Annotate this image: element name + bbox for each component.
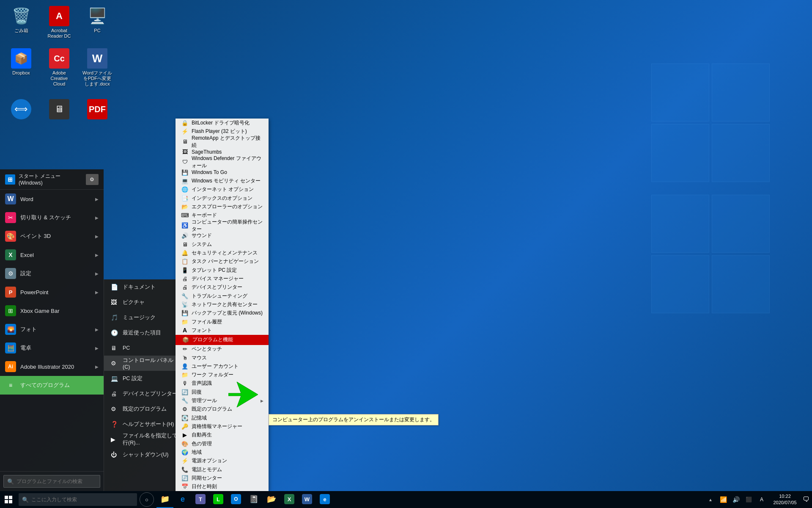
cp-pcs-label: PC 設定 bbox=[123, 375, 143, 382]
desktop-icon-pc[interactable]: 🖥️ PC bbox=[80, 4, 114, 41]
taskbar-word[interactable]: W bbox=[299, 491, 315, 508]
mm-phone[interactable]: 📞 電話とモデム bbox=[176, 465, 269, 474]
tray-volume[interactable]: 🔊 bbox=[730, 494, 742, 505]
mm-devprint[interactable]: 🖨 デバイスとプリンター bbox=[176, 283, 269, 292]
mm-troubleshoot[interactable]: 🔧 トラブルシューティング bbox=[176, 292, 269, 300]
taskbar-explorer[interactable]: 📁 bbox=[156, 491, 173, 508]
mm-storage[interactable]: 💽 記憶域 bbox=[176, 414, 269, 422]
desktop-icon-unknown[interactable]: 🖥 bbox=[42, 97, 76, 123]
taskbar-word-icon: W bbox=[302, 494, 312, 504]
taskbar-cortana[interactable]: ○ bbox=[140, 492, 154, 507]
mm-windows-to-go[interactable]: 💾 Windows To Go bbox=[176, 168, 269, 177]
cp-music-label: ミュージック bbox=[123, 314, 156, 321]
tray-network[interactable]: 📶 bbox=[717, 494, 729, 505]
desktop-icon-acrobat[interactable]: A Acrobat Reader DC bbox=[42, 4, 76, 41]
desktop-icon-recycle[interactable]: 🗑️ ごみ箱 bbox=[4, 4, 38, 41]
flash-icon: ⚡ bbox=[181, 127, 189, 135]
mm-remote-label: RemoteApp とデスクトップ接続 bbox=[192, 135, 263, 149]
taskbar-clock[interactable]: 10:22 2020/07/05 bbox=[772, 493, 798, 506]
taskbar-start-button[interactable] bbox=[0, 491, 17, 508]
mm-ease[interactable]: ♿ コンピューターの簡単操作センター bbox=[176, 220, 269, 232]
taskbar-outlook[interactable]: O bbox=[228, 491, 244, 508]
taskbar-teams[interactable]: T bbox=[192, 491, 209, 508]
start-item-xbox[interactable]: ⊞ Xbox Game Bar bbox=[0, 301, 104, 320]
desktop-icon-dropbox[interactable]: 📦 Dropbox bbox=[4, 47, 38, 89]
mouse-icon: 🖱 bbox=[181, 353, 189, 362]
mm-cred[interactable]: 🔑 資格情報マネージャー bbox=[176, 422, 269, 431]
taskbar-edge[interactable]: e bbox=[174, 491, 191, 508]
taskbar-notification[interactable]: 🗨 bbox=[800, 491, 812, 508]
control-panel-icon[interactable]: ⚙ bbox=[86, 174, 99, 185]
mm-inet[interactable]: 🌐 インターネット オプション bbox=[176, 185, 269, 194]
devices-icon: 🖨 bbox=[111, 390, 119, 397]
start-item-photos[interactable]: 🌄 フォト ▶ bbox=[0, 320, 104, 339]
desktop-icon-pdf[interactable]: PDF bbox=[80, 97, 114, 123]
clock-date: 2020/07/05 bbox=[773, 500, 796, 506]
taskbar-search-input[interactable] bbox=[31, 497, 116, 502]
mm-defender[interactable]: 🛡 Windows Defender ファイアウォール bbox=[176, 156, 269, 168]
mm-backup[interactable]: 💾 バックアップと復元 (Windows) bbox=[176, 309, 269, 318]
mm-taskbar-nav[interactable]: 📋 タスク バーとナビゲーション bbox=[176, 257, 269, 266]
mm-power[interactable]: ⚡ 電源オプション bbox=[176, 457, 269, 465]
desktop-icon-word-file[interactable]: W WordファイルをPDFへ変更します.docx bbox=[80, 47, 114, 89]
mm-index[interactable]: 📑 インデックスのオプション bbox=[176, 194, 269, 202]
mm-speech[interactable]: 🎙 音声認識 bbox=[176, 379, 269, 388]
ease-icon: ♿ bbox=[181, 221, 189, 230]
start-item-illustrator[interactable]: Ai Adobe Illustrator 2020 ▶ bbox=[0, 357, 104, 376]
mm-sound[interactable]: 🔊 サウンド bbox=[176, 232, 269, 240]
mm-mobility[interactable]: 💻 Windows モビリティ センター bbox=[176, 177, 269, 185]
mm-tablet[interactable]: 📱 タブレット PC 設定 bbox=[176, 266, 269, 274]
mm-programs-features[interactable]: 📦 プログラムと機能 bbox=[176, 335, 269, 345]
mm-remoteapp[interactable]: 🖥 RemoteApp とデスクトップ接続 bbox=[176, 136, 269, 148]
mm-filehistory[interactable]: 📁 ファイル履歴 bbox=[176, 318, 269, 326]
start-search-input[interactable] bbox=[16, 478, 96, 484]
mm-workfolders[interactable]: 📁 ワーク フォルダー bbox=[176, 371, 269, 379]
mm-mouse[interactable]: 🖱 マウス bbox=[176, 353, 269, 362]
mm-system[interactable]: 🖥 システム bbox=[176, 240, 269, 248]
tray-taskmanager[interactable]: ⬛ bbox=[743, 494, 754, 505]
start-search-box[interactable]: 🔍 bbox=[3, 475, 100, 488]
start-item-calc[interactable]: 🧮 電卓 ▶ bbox=[0, 339, 104, 357]
mm-security[interactable]: 🔔 セキュリティとメンテナンス bbox=[176, 248, 269, 257]
mm-sync[interactable]: 🔄 同期センター bbox=[176, 474, 269, 482]
mm-users[interactable]: 👤 ユーザー アカウント bbox=[176, 362, 269, 370]
mm-devmgr[interactable]: 🖨 デバイス マネージャー bbox=[176, 274, 269, 283]
start-item-cut-sketch[interactable]: ✂ 切り取り & スケッチ ▶ bbox=[0, 208, 104, 227]
start-item-powerpoint[interactable]: P PowerPoint ▶ bbox=[0, 283, 104, 301]
cut-sketch-icon: ✂ bbox=[5, 212, 16, 223]
taskbar-search-box[interactable]: 🔍 bbox=[19, 493, 137, 506]
start-item-word[interactable]: W Word ▶ bbox=[0, 190, 104, 208]
mm-default-prog[interactable]: ⚙ 既定のプログラム bbox=[176, 405, 269, 414]
mm-mouse-label: マウス bbox=[192, 354, 263, 362]
mm-color[interactable]: 🎨 色の管理 bbox=[176, 439, 269, 448]
start-item-paint3d[interactable]: 🎨 ペイント 3D ▶ bbox=[0, 227, 104, 246]
mm-fonts[interactable]: A フォント bbox=[176, 326, 269, 334]
taskbar-line[interactable]: L bbox=[210, 491, 227, 508]
font-icon: A bbox=[181, 326, 189, 334]
start-item-excel[interactable]: X Excel ▶ bbox=[0, 246, 104, 264]
mm-pen[interactable]: ✏ ペンとタッチ bbox=[176, 345, 269, 353]
desktop-icon-teamviewer[interactable]: ⟺ bbox=[4, 97, 38, 123]
taskbar-files2[interactable]: 📂 bbox=[263, 491, 280, 508]
cp-icon: ⚙ bbox=[111, 360, 119, 367]
mm-region[interactable]: 🌍 地域 bbox=[176, 448, 269, 456]
start-item-settings[interactable]: ⚙ 設定 ▶ bbox=[0, 264, 104, 283]
cp-pic-label: ピクチャ bbox=[123, 299, 145, 306]
shutdown-icon: ⏻ bbox=[111, 451, 119, 458]
mm-recovery[interactable]: 🔄 回復 bbox=[176, 388, 269, 396]
mm-pen-label: ペンとタッチ bbox=[192, 345, 263, 353]
mm-explorer[interactable]: 📂 エクスプローラーのオプション bbox=[176, 202, 269, 211]
start-item-all-programs[interactable]: ≡ すべてのプログラム bbox=[0, 376, 104, 395]
mm-admin[interactable]: 🔧 管理ツール ▶ bbox=[176, 396, 269, 405]
taskbar-notes[interactable]: 📓 bbox=[245, 491, 262, 508]
start-paint-arrow: ▶ bbox=[95, 234, 99, 239]
mm-autoplay[interactable]: ▶ 自動再生 bbox=[176, 431, 269, 439]
mm-network[interactable]: 📡 ネットワークと共有センター bbox=[176, 300, 269, 309]
taskbar-edge2[interactable]: e bbox=[316, 491, 333, 508]
tray-chevron[interactable]: ▲ bbox=[705, 494, 716, 505]
taskbar-excel[interactable]: X bbox=[281, 491, 298, 508]
chevron-up-icon: ▲ bbox=[708, 497, 713, 502]
desktop-icon-adobe-cc[interactable]: Cc Adobe Creative Cloud bbox=[42, 47, 76, 89]
mm-datetime[interactable]: 📅 日付と時刻 bbox=[176, 483, 269, 491]
mm-bitlocker[interactable]: 🔒 BitLocker ドライブ暗号化 bbox=[176, 119, 269, 127]
